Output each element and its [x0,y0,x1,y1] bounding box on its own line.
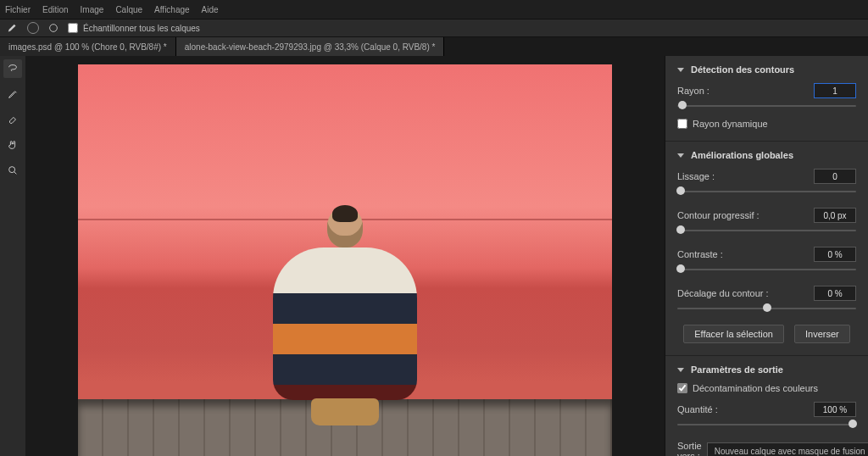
contraste-slider[interactable] [677,265,856,274]
rayon-label: Rayon : [677,86,709,96]
contraste-label: Contraste : [677,249,723,259]
chevron-down-icon [677,153,684,158]
svg-point-0 [50,25,58,32]
clear-selection-button[interactable]: Effacer la sélection [683,325,784,343]
tab-label: images.psd @ 100 % (Chore 0, RVB/8#) * [8,42,167,52]
section-global-refinements: Améliorations globales Lissage : Contour… [665,142,868,356]
document-tab[interactable]: alone-back-view-beach-2979293.jpg @ 33,3… [176,37,445,56]
canvas-area[interactable] [25,56,665,456]
quantite-label: Quantité : [677,404,718,414]
sample-all-layers-checkbox[interactable]: Échantillonner tous les calques [68,23,200,33]
lissage-slider[interactable] [677,187,856,196]
contour-progressif-slider[interactable] [677,226,856,235]
quantite-slider[interactable] [677,420,856,429]
decontamination-label: Décontamination des couleurs [693,383,818,393]
menu-item[interactable]: Image [81,5,104,14]
rayon-dynamique-label: Rayon dynamique [693,119,768,129]
section-title: Détection des contours [691,64,794,75]
section-header[interactable]: Paramètres de sortie [677,364,856,375]
decalage-input[interactable] [814,286,856,301]
decalage-slider[interactable] [677,304,856,313]
section-header[interactable]: Améliorations globales [677,150,856,160]
section-title: Améliorations globales [691,150,793,160]
contraste-input[interactable] [814,247,856,262]
menu-item[interactable]: Aide [202,5,219,14]
sortie-vers-select[interactable]: Nouveau calque avec masque de fusion [707,442,868,456]
refine-edge-panel: Détection des contours Rayon : Rayon dyn… [665,56,868,456]
brush-tool-icon[interactable] [7,22,19,34]
zoom-tool-icon[interactable] [3,161,22,180]
svg-point-1 [9,167,15,173]
section-edge-detection: Détection des contours Rayon : Rayon dyn… [665,56,868,142]
decontamination-checkbox[interactable]: Décontamination des couleurs [677,383,856,393]
invert-button[interactable]: Inverser [794,325,850,343]
menu-item[interactable]: Fichier [5,5,31,14]
section-title: Paramètres de sortie [691,364,783,375]
section-header[interactable]: Détection des contours [677,64,856,75]
brush-preview-icon[interactable] [27,22,39,34]
chevron-down-icon [677,368,684,372]
brush-tool-icon[interactable] [3,85,22,103]
hand-tool-icon[interactable] [3,136,22,154]
chevron-down-icon [677,68,684,72]
brush-preview-icon[interactable] [47,22,59,34]
rayon-input[interactable] [814,83,856,98]
subject-person [273,207,417,425]
contour-progressif-label: Contour progressif : [677,210,760,220]
document-tab[interactable]: images.psd @ 100 % (Chore 0, RVB/8#) * [0,37,176,56]
document-tabs: images.psd @ 100 % (Chore 0, RVB/8#) * a… [0,37,868,56]
decalage-label: Décalage du contour : [677,288,769,298]
rayon-slider[interactable] [677,102,856,110]
sortie-vers-label: Sortie vers : [677,441,702,456]
document-canvas[interactable] [78,64,612,456]
lissage-label: Lissage : [677,171,715,181]
tab-label: alone-back-view-beach-2979293.jpg @ 33,3… [185,42,436,52]
rayon-dynamique-checkbox[interactable]: Rayon dynamique [677,119,856,129]
options-bar: Échantillonner tous les calques [0,19,868,37]
lasso-tool-icon[interactable] [3,59,22,78]
menu-item[interactable]: Edition [42,5,69,14]
lissage-input[interactable] [814,169,856,184]
eraser-tool-icon[interactable] [3,110,22,129]
sample-all-layers-label: Échantillonner tous les calques [83,24,200,33]
menu-item[interactable]: Calque [115,5,142,14]
tool-strip [0,56,25,456]
section-output: Paramètres de sortie Décontamination des… [665,356,868,456]
quantite-input[interactable] [814,402,856,417]
contour-progressif-input[interactable] [814,208,856,223]
menu-item[interactable]: Affichage [154,5,190,14]
menubar: Fichier Edition Image Calque Affichage A… [0,0,868,19]
